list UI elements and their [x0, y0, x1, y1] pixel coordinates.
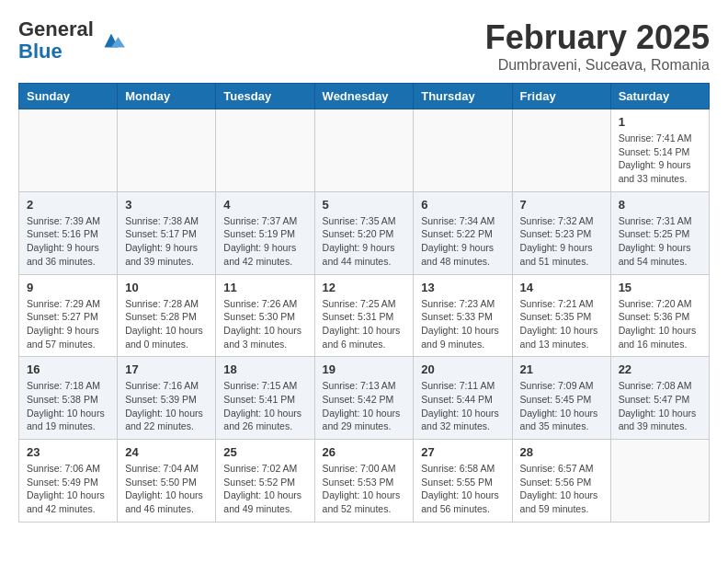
day-number: 6 — [421, 198, 504, 212]
weekday-header: Thursday — [414, 84, 512, 109]
day-info: Sunrise: 7:23 AM Sunset: 5:33 PM Dayligh… — [421, 297, 504, 351]
day-number: 26 — [323, 445, 406, 459]
calendar-cell: 13Sunrise: 7:23 AM Sunset: 5:33 PM Dayli… — [414, 274, 512, 357]
calendar-cell: 6Sunrise: 7:34 AM Sunset: 5:22 PM Daylig… — [414, 191, 512, 274]
day-number: 7 — [520, 198, 603, 212]
weekday-header: Wednesday — [314, 84, 414, 109]
day-number: 25 — [223, 445, 306, 459]
day-info: Sunrise: 7:34 AM Sunset: 5:22 PM Dayligh… — [421, 214, 504, 269]
day-number: 16 — [27, 362, 109, 376]
day-number: 13 — [421, 281, 504, 294]
calendar-table: SundayMondayTuesdayWednesdayThursdayFrid… — [18, 83, 710, 523]
calendar-cell: 22Sunrise: 7:08 AM Sunset: 5:47 PM Dayli… — [610, 357, 709, 440]
calendar-cell: 5Sunrise: 7:35 AM Sunset: 5:20 PM Daylig… — [314, 191, 414, 274]
day-info: Sunrise: 7:16 AM Sunset: 5:39 PM Dayligh… — [125, 379, 208, 433]
calendar-cell — [610, 440, 709, 523]
logo-blue: Blue — [18, 40, 94, 63]
calendar-cell: 17Sunrise: 7:16 AM Sunset: 5:39 PM Dayli… — [118, 357, 216, 440]
day-number: 27 — [421, 445, 504, 459]
calendar-week-row: 9Sunrise: 7:29 AM Sunset: 5:27 PM Daylig… — [19, 274, 710, 357]
day-info: Sunrise: 6:58 AM Sunset: 5:55 PM Dayligh… — [421, 462, 504, 516]
calendar-cell: 2Sunrise: 7:39 AM Sunset: 5:16 PM Daylig… — [19, 191, 118, 274]
calendar-cell: 10Sunrise: 7:28 AM Sunset: 5:28 PM Dayli… — [118, 274, 216, 357]
day-number: 2 — [27, 198, 109, 212]
day-info: Sunrise: 7:00 AM Sunset: 5:53 PM Dayligh… — [323, 462, 406, 516]
calendar-header-row: SundayMondayTuesdayWednesdayThursdayFrid… — [19, 84, 710, 109]
calendar-cell — [314, 109, 414, 192]
day-info: Sunrise: 7:11 AM Sunset: 5:44 PM Dayligh… — [421, 379, 504, 433]
calendar-cell: 14Sunrise: 7:21 AM Sunset: 5:35 PM Dayli… — [512, 274, 610, 357]
day-info: Sunrise: 7:41 AM Sunset: 5:14 PM Dayligh… — [619, 132, 701, 186]
day-number: 3 — [125, 198, 208, 212]
day-info: Sunrise: 7:37 AM Sunset: 5:19 PM Dayligh… — [223, 214, 306, 269]
day-info: Sunrise: 7:25 AM Sunset: 5:31 PM Dayligh… — [323, 297, 406, 351]
calendar-cell: 8Sunrise: 7:31 AM Sunset: 5:25 PM Daylig… — [610, 191, 709, 274]
day-info: Sunrise: 7:06 AM Sunset: 5:49 PM Dayligh… — [27, 462, 109, 516]
weekday-header: Friday — [512, 84, 610, 109]
day-number: 24 — [125, 445, 208, 459]
calendar-cell: 26Sunrise: 7:00 AM Sunset: 5:53 PM Dayli… — [314, 440, 414, 523]
logo-icon — [97, 27, 125, 54]
calendar-cell — [414, 109, 512, 192]
day-info: Sunrise: 7:29 AM Sunset: 5:27 PM Dayligh… — [27, 297, 109, 351]
page-header: General Blue February 2025 Dumbraveni, S… — [18, 18, 710, 74]
day-info: Sunrise: 7:09 AM Sunset: 5:45 PM Dayligh… — [520, 379, 603, 433]
day-number: 12 — [323, 281, 406, 294]
day-info: Sunrise: 7:39 AM Sunset: 5:16 PM Dayligh… — [27, 214, 109, 269]
day-info: Sunrise: 7:21 AM Sunset: 5:35 PM Dayligh… — [520, 297, 603, 351]
calendar-cell: 23Sunrise: 7:06 AM Sunset: 5:49 PM Dayli… — [19, 440, 118, 523]
day-info: Sunrise: 7:13 AM Sunset: 5:42 PM Dayligh… — [323, 379, 406, 433]
day-number: 19 — [323, 362, 406, 376]
calendar-cell: 16Sunrise: 7:18 AM Sunset: 5:38 PM Dayli… — [19, 357, 118, 440]
day-number: 8 — [619, 198, 701, 212]
day-info: Sunrise: 7:15 AM Sunset: 5:41 PM Dayligh… — [223, 379, 306, 433]
day-number: 22 — [619, 362, 701, 376]
day-info: Sunrise: 7:31 AM Sunset: 5:25 PM Dayligh… — [619, 214, 701, 269]
location: Dumbraveni, Suceava, Romania — [485, 57, 710, 74]
calendar-cell: 4Sunrise: 7:37 AM Sunset: 5:19 PM Daylig… — [216, 191, 314, 274]
logo-general: General — [18, 18, 94, 40]
calendar-cell: 24Sunrise: 7:04 AM Sunset: 5:50 PM Dayli… — [118, 440, 216, 523]
day-info: Sunrise: 7:08 AM Sunset: 5:47 PM Dayligh… — [619, 379, 701, 433]
calendar-cell: 11Sunrise: 7:26 AM Sunset: 5:30 PM Dayli… — [216, 274, 314, 357]
day-info: Sunrise: 7:20 AM Sunset: 5:36 PM Dayligh… — [619, 297, 701, 351]
weekday-header: Monday — [118, 84, 216, 109]
day-info: Sunrise: 7:38 AM Sunset: 5:17 PM Dayligh… — [125, 214, 208, 269]
calendar-cell: 12Sunrise: 7:25 AM Sunset: 5:31 PM Dayli… — [314, 274, 414, 357]
calendar-cell — [118, 109, 216, 192]
day-info: Sunrise: 7:26 AM Sunset: 5:30 PM Dayligh… — [223, 297, 306, 351]
day-number: 21 — [520, 362, 603, 376]
calendar-cell — [216, 109, 314, 192]
weekday-header: Saturday — [610, 84, 709, 109]
calendar-cell: 25Sunrise: 7:02 AM Sunset: 5:52 PM Dayli… — [216, 440, 314, 523]
calendar-cell: 3Sunrise: 7:38 AM Sunset: 5:17 PM Daylig… — [118, 191, 216, 274]
day-info: Sunrise: 7:04 AM Sunset: 5:50 PM Dayligh… — [125, 462, 208, 516]
day-number: 18 — [223, 362, 306, 376]
day-number: 17 — [125, 362, 208, 376]
calendar-week-row: 16Sunrise: 7:18 AM Sunset: 5:38 PM Dayli… — [19, 357, 710, 440]
calendar-week-row: 23Sunrise: 7:06 AM Sunset: 5:49 PM Dayli… — [19, 440, 710, 523]
day-number: 5 — [323, 198, 406, 212]
title-section: February 2025 Dumbraveni, Suceava, Roman… — [485, 18, 710, 74]
calendar-cell: 19Sunrise: 7:13 AM Sunset: 5:42 PM Dayli… — [314, 357, 414, 440]
weekday-header: Sunday — [19, 84, 118, 109]
calendar-cell: 7Sunrise: 7:32 AM Sunset: 5:23 PM Daylig… — [512, 191, 610, 274]
day-number: 20 — [421, 362, 504, 376]
logo: General Blue — [18, 18, 125, 63]
day-info: Sunrise: 7:28 AM Sunset: 5:28 PM Dayligh… — [125, 297, 208, 351]
calendar-cell: 21Sunrise: 7:09 AM Sunset: 5:45 PM Dayli… — [512, 357, 610, 440]
month-title: February 2025 — [485, 18, 710, 57]
day-info: Sunrise: 7:35 AM Sunset: 5:20 PM Dayligh… — [323, 214, 406, 269]
day-number: 14 — [520, 281, 603, 294]
calendar-cell: 28Sunrise: 6:57 AM Sunset: 5:56 PM Dayli… — [512, 440, 610, 523]
day-info: Sunrise: 6:57 AM Sunset: 5:56 PM Dayligh… — [520, 462, 603, 516]
weekday-header: Tuesday — [216, 84, 314, 109]
calendar-cell — [512, 109, 610, 192]
day-number: 23 — [27, 445, 109, 459]
calendar-week-row: 1Sunrise: 7:41 AM Sunset: 5:14 PM Daylig… — [19, 109, 710, 192]
day-number: 15 — [619, 281, 701, 294]
calendar-cell: 15Sunrise: 7:20 AM Sunset: 5:36 PM Dayli… — [610, 274, 709, 357]
day-number: 9 — [27, 281, 109, 294]
day-info: Sunrise: 7:32 AM Sunset: 5:23 PM Dayligh… — [520, 214, 603, 269]
day-info: Sunrise: 7:02 AM Sunset: 5:52 PM Dayligh… — [223, 462, 306, 516]
